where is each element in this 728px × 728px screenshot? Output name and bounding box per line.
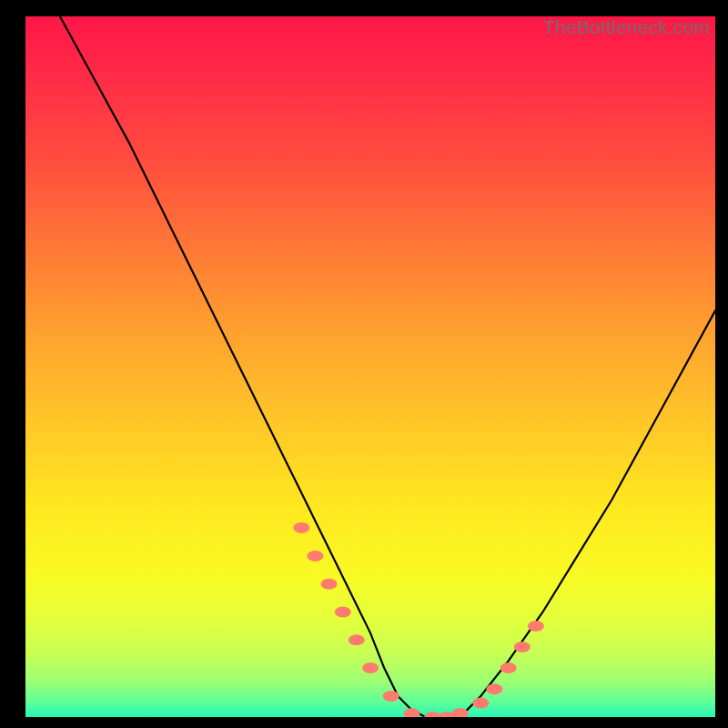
- highlight-dot: [528, 621, 544, 632]
- highlight-dot: [321, 579, 338, 590]
- highlight-dot: [307, 551, 323, 561]
- watermark-text: TheBottleneck.com: [543, 16, 710, 38]
- highlight-dot: [293, 522, 309, 533]
- highlight-dot: [452, 708, 469, 717]
- highlight-dot: [472, 698, 489, 709]
- highlight-dot: [383, 691, 399, 702]
- highlight-dot: [514, 642, 531, 652]
- chart-frame: TheBottleneck.com: [25, 16, 715, 717]
- highlight-dot: [349, 634, 365, 645]
- highlight-dot: [424, 712, 440, 717]
- highlight-dot: [335, 607, 351, 618]
- highlight-dot: [500, 662, 517, 673]
- bottleneck-curve: [60, 16, 715, 717]
- highlight-dot: [486, 683, 502, 694]
- highlight-dot: [404, 708, 420, 717]
- curve-layer: [25, 16, 715, 717]
- highlight-dot: [362, 662, 379, 673]
